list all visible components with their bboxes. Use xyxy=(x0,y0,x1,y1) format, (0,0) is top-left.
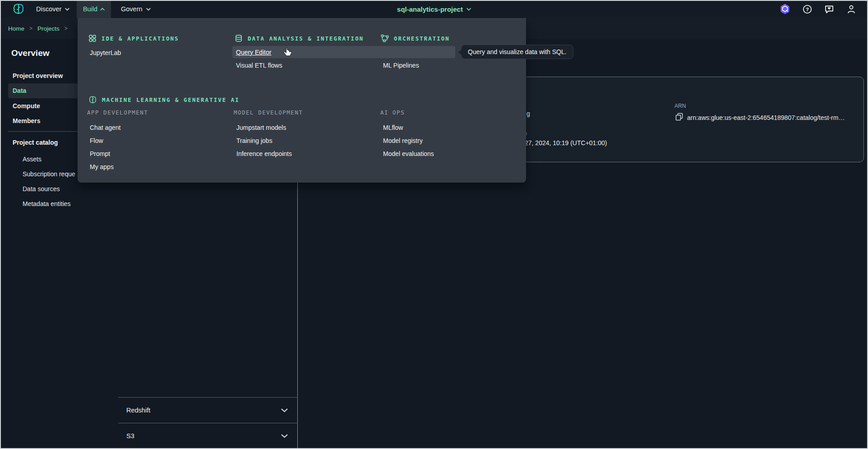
section-title: DATA ANALYSIS & INTEGRATION xyxy=(248,35,364,42)
brain-icon xyxy=(88,96,97,104)
breadcrumb-projects[interactable]: Projects xyxy=(37,25,60,32)
menu-item-mlflow[interactable]: MLflow xyxy=(383,121,434,134)
feedback-icon[interactable] xyxy=(824,4,834,14)
copy-icon[interactable] xyxy=(675,113,683,123)
nav-govern[interactable]: Govern xyxy=(121,0,151,18)
query-editor-tooltip: Query and visualize data with SQL. xyxy=(461,45,573,59)
hand-cursor-icon xyxy=(283,48,292,58)
menu-item-ml-pipelines[interactable]: ML Pipelines xyxy=(383,60,419,71)
sidebar-item-data-sources[interactable]: Data sources xyxy=(23,181,113,196)
menu-item-jumpstart-models[interactable]: Jumpstart models xyxy=(236,121,303,134)
menu-item-jupyterlab[interactable]: JupyterLab xyxy=(90,47,121,58)
menu-item-prompt[interactable]: Prompt xyxy=(90,147,148,160)
truncated-value-fragment: g xyxy=(526,110,530,117)
menu-item-my-apps[interactable]: My apps xyxy=(90,160,148,173)
accordion-redshift-label: Redshift xyxy=(126,407,150,414)
accordion-s3[interactable]: S3 xyxy=(118,423,298,449)
sidebar-group-project-catalog: Project catalog xyxy=(13,139,58,146)
menu-item-visual-etl-flows[interactable]: Visual ETL flows xyxy=(236,60,282,71)
arn-label: ARN xyxy=(674,103,686,109)
page-title: Overview xyxy=(11,48,50,58)
section-data-analysis-integration: DATA ANALYSIS & INTEGRATION xyxy=(235,34,364,42)
workflow-icon xyxy=(381,34,389,42)
help-icon[interactable]: ? xyxy=(802,4,812,14)
database-icon xyxy=(235,34,243,42)
ml-column-ai-ops: AI OPS MLflow Model registry Model evalu… xyxy=(380,108,434,160)
section-machine-learning-generative-ai: MACHINE LEARNING & GENERATIVE AI xyxy=(88,96,240,104)
menu-item-query-editor-label: Query Editor xyxy=(236,49,272,56)
chevron-down-icon xyxy=(281,434,288,438)
chevron-down-icon xyxy=(146,8,151,11)
menu-item-query-editor[interactable]: Query Editor xyxy=(232,46,455,58)
nav-build[interactable]: Build xyxy=(77,0,111,18)
column-heading: AI OPS xyxy=(380,108,434,117)
menu-item-training-jobs[interactable]: Training jobs xyxy=(236,134,303,147)
menu-item-model-evaluations[interactable]: Model evaluations xyxy=(383,147,434,160)
apps-grid-icon xyxy=(88,34,97,42)
created-date-fragment: 27, 2024, 10:19 (UTC+01:00) xyxy=(525,139,607,147)
menu-item-chat-agent[interactable]: Chat agent xyxy=(90,121,148,134)
topbar-utility-icons: ? xyxy=(780,0,856,18)
menu-item-flow[interactable]: Flow xyxy=(90,134,148,147)
chevron-down-icon xyxy=(466,8,471,11)
ml-column-app-development: APP DEVELOPMENT Chat agent Flow Prompt M… xyxy=(87,108,148,173)
arn-value: arn:aws:glue:us-east-2:654654189807:cata… xyxy=(687,114,845,121)
section-title: IDE & APPLICATIONS xyxy=(102,35,179,42)
chevron-down-icon xyxy=(65,8,69,11)
ml-column-model-development: MODEL DEVELOPMENT Jumpstart models Train… xyxy=(234,108,303,160)
project-selector[interactable]: sql-analytics-project xyxy=(397,0,471,18)
section-title: MACHINE LEARNING & GENERATIVE AI xyxy=(102,96,240,103)
user-icon[interactable] xyxy=(846,4,856,14)
accordion-redshift[interactable]: Redshift xyxy=(118,397,298,423)
breadcrumb-home[interactable]: Home xyxy=(8,25,24,32)
svg-text:?: ? xyxy=(805,6,808,12)
app-background: g e 27, 2024, 10:19 (UTC+01:00) ARN arn:… xyxy=(0,0,868,449)
amazon-q-icon[interactable] xyxy=(780,4,790,14)
section-orchestration: ORCHESTRATION xyxy=(381,34,450,42)
breadcrumb-separator: > xyxy=(65,25,68,32)
nav-discover[interactable]: Discover xyxy=(36,0,69,18)
storage-accordion: Redshift S3 xyxy=(118,397,298,449)
top-navigation-bar: Discover Build Govern sql-analytics-proj… xyxy=(0,0,868,18)
sidebar-item-metadata-entities[interactable]: Metadata entities xyxy=(23,196,113,211)
breadcrumb-separator: > xyxy=(29,25,32,32)
column-heading: APP DEVELOPMENT xyxy=(87,108,148,117)
accordion-s3-label: S3 xyxy=(126,432,134,440)
menu-item-model-registry[interactable]: Model registry xyxy=(383,134,434,147)
menu-item-inference-endpoints[interactable]: Inference endpoints xyxy=(236,147,303,160)
build-menu-panel: IDE & APPLICATIONS JupyterLab DATA ANALY… xyxy=(78,18,526,183)
arn-row: arn:aws:glue:us-east-2:654654189807:cata… xyxy=(675,113,845,123)
chevron-up-icon xyxy=(100,8,105,11)
chevron-down-icon xyxy=(281,408,288,412)
section-ide-applications: IDE & APPLICATIONS xyxy=(88,34,179,42)
column-heading: MODEL DEVELOPMENT xyxy=(234,108,303,117)
app-logo-icon[interactable] xyxy=(12,3,25,15)
section-title: ORCHESTRATION xyxy=(394,35,450,42)
